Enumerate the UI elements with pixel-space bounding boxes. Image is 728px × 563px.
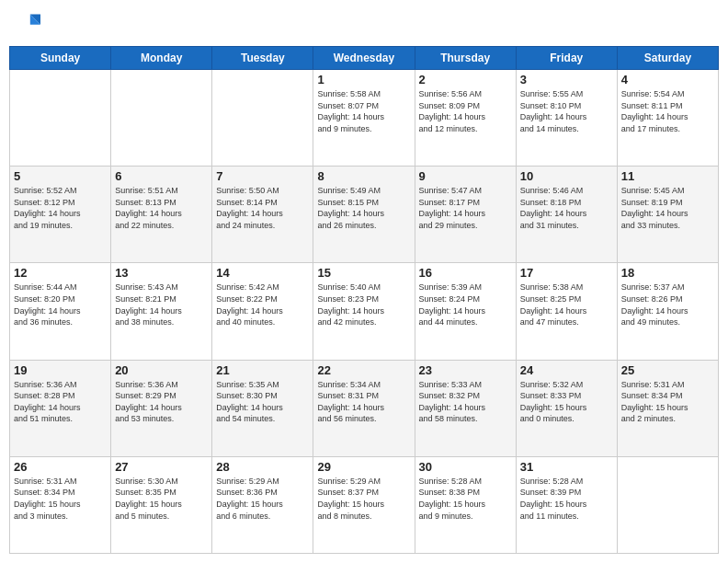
day-number: 2: [419, 73, 512, 86]
week-row-3: 19Sunrise: 5:36 AM Sunset: 8:28 PM Dayli…: [10, 360, 719, 456]
day-info: Sunrise: 5:36 AM Sunset: 8:29 PM Dayligh…: [115, 379, 208, 425]
day-number: 25: [621, 363, 714, 377]
day-header-saturday: Saturday: [617, 47, 718, 70]
day-number: 11: [621, 169, 714, 183]
day-number: 9: [419, 169, 512, 183]
week-row-1: 5Sunrise: 5:52 AM Sunset: 8:12 PM Daylig…: [10, 167, 719, 263]
day-info: Sunrise: 5:39 AM Sunset: 8:24 PM Dayligh…: [419, 282, 512, 327]
day-info: Sunrise: 5:46 AM Sunset: 8:18 PM Dayligh…: [520, 185, 613, 231]
day-number: 7: [216, 169, 309, 183]
day-cell: [10, 70, 111, 167]
day-cell: 10Sunrise: 5:46 AM Sunset: 8:18 PM Dayli…: [516, 167, 617, 263]
day-info: Sunrise: 5:31 AM Sunset: 8:34 PM Dayligh…: [14, 476, 107, 522]
day-cell: 17Sunrise: 5:38 AM Sunset: 8:25 PM Dayli…: [516, 263, 617, 360]
day-info: Sunrise: 5:50 AM Sunset: 8:14 PM Dayligh…: [216, 185, 309, 231]
day-info: Sunrise: 5:43 AM Sunset: 8:21 PM Dayligh…: [115, 282, 208, 327]
day-info: Sunrise: 5:28 AM Sunset: 8:38 PM Dayligh…: [419, 476, 512, 522]
day-info: Sunrise: 5:30 AM Sunset: 8:35 PM Dayligh…: [115, 476, 208, 522]
day-cell: 14Sunrise: 5:42 AM Sunset: 8:22 PM Dayli…: [212, 263, 313, 360]
day-number: 8: [317, 169, 410, 183]
day-cell: 13Sunrise: 5:43 AM Sunset: 8:21 PM Dayli…: [111, 263, 212, 360]
day-number: 21: [216, 363, 309, 377]
week-row-2: 12Sunrise: 5:44 AM Sunset: 8:20 PM Dayli…: [10, 263, 719, 360]
day-info: Sunrise: 5:51 AM Sunset: 8:13 PM Dayligh…: [115, 185, 208, 231]
day-cell: 6Sunrise: 5:51 AM Sunset: 8:13 PM Daylig…: [111, 167, 212, 263]
day-number: 14: [216, 266, 309, 280]
calendar-table: SundayMondayTuesdayWednesdayThursdayFrid…: [9, 46, 719, 554]
day-info: Sunrise: 5:54 AM Sunset: 8:11 PM Dayligh…: [621, 88, 714, 134]
day-number: 6: [115, 169, 208, 183]
day-number: 19: [14, 363, 107, 377]
day-cell: 28Sunrise: 5:29 AM Sunset: 8:36 PM Dayli…: [212, 456, 313, 553]
day-info: Sunrise: 5:29 AM Sunset: 8:36 PM Dayligh…: [216, 476, 309, 522]
header-row: SundayMondayTuesdayWednesdayThursdayFrid…: [10, 47, 719, 70]
day-info: Sunrise: 5:44 AM Sunset: 8:20 PM Dayligh…: [14, 282, 107, 327]
day-info: Sunrise: 5:32 AM Sunset: 8:33 PM Dayligh…: [520, 379, 613, 425]
day-info: Sunrise: 5:36 AM Sunset: 8:28 PM Dayligh…: [14, 379, 107, 425]
day-info: Sunrise: 5:47 AM Sunset: 8:17 PM Dayligh…: [419, 185, 512, 231]
day-info: Sunrise: 5:28 AM Sunset: 8:39 PM Dayligh…: [520, 476, 613, 522]
day-info: Sunrise: 5:29 AM Sunset: 8:37 PM Dayligh…: [317, 476, 410, 522]
day-cell: 3Sunrise: 5:55 AM Sunset: 8:10 PM Daylig…: [516, 70, 617, 167]
day-number: 24: [520, 363, 613, 377]
day-number: 26: [14, 460, 107, 474]
day-info: Sunrise: 5:35 AM Sunset: 8:30 PM Dayligh…: [216, 379, 309, 425]
day-info: Sunrise: 5:56 AM Sunset: 8:09 PM Dayligh…: [419, 88, 512, 134]
day-cell: 12Sunrise: 5:44 AM Sunset: 8:20 PM Dayli…: [10, 263, 111, 360]
day-info: Sunrise: 5:33 AM Sunset: 8:32 PM Dayligh…: [419, 379, 512, 425]
week-row-4: 26Sunrise: 5:31 AM Sunset: 8:34 PM Dayli…: [10, 456, 719, 553]
day-cell: 9Sunrise: 5:47 AM Sunset: 8:17 PM Daylig…: [415, 167, 516, 263]
day-cell: 5Sunrise: 5:52 AM Sunset: 8:12 PM Daylig…: [10, 167, 111, 263]
day-info: Sunrise: 5:42 AM Sunset: 8:22 PM Dayligh…: [216, 282, 309, 327]
logo: [13, 9, 40, 39]
day-number: 17: [520, 266, 613, 280]
day-number: 15: [317, 266, 410, 280]
day-cell: 20Sunrise: 5:36 AM Sunset: 8:29 PM Dayli…: [111, 360, 212, 456]
day-cell: 16Sunrise: 5:39 AM Sunset: 8:24 PM Dayli…: [415, 263, 516, 360]
day-number: 20: [115, 363, 208, 377]
calendar-header: SundayMondayTuesdayWednesdayThursdayFrid…: [10, 47, 719, 70]
day-number: 30: [419, 460, 512, 474]
day-cell: 24Sunrise: 5:32 AM Sunset: 8:33 PM Dayli…: [516, 360, 617, 456]
day-cell: 25Sunrise: 5:31 AM Sunset: 8:34 PM Dayli…: [617, 360, 718, 456]
day-info: Sunrise: 5:34 AM Sunset: 8:31 PM Dayligh…: [317, 379, 410, 425]
day-cell: [617, 456, 718, 553]
day-cell: 4Sunrise: 5:54 AM Sunset: 8:11 PM Daylig…: [617, 70, 718, 167]
day-cell: 21Sunrise: 5:35 AM Sunset: 8:30 PM Dayli…: [212, 360, 313, 456]
day-info: Sunrise: 5:55 AM Sunset: 8:10 PM Dayligh…: [520, 88, 613, 134]
day-cell: [111, 70, 212, 167]
day-cell: 29Sunrise: 5:29 AM Sunset: 8:37 PM Dayli…: [313, 456, 415, 553]
day-header-monday: Monday: [111, 47, 212, 70]
day-info: Sunrise: 5:58 AM Sunset: 8:07 PM Dayligh…: [317, 88, 410, 134]
day-cell: 2Sunrise: 5:56 AM Sunset: 8:09 PM Daylig…: [415, 70, 516, 167]
logo-icon: [15, 9, 40, 35]
header: [9, 9, 719, 39]
day-number: 5: [14, 169, 107, 183]
day-number: 23: [419, 363, 512, 377]
day-number: 13: [115, 266, 208, 280]
day-info: Sunrise: 5:37 AM Sunset: 8:26 PM Dayligh…: [621, 282, 714, 327]
day-cell: 7Sunrise: 5:50 AM Sunset: 8:14 PM Daylig…: [212, 167, 313, 263]
day-number: 4: [621, 73, 714, 86]
day-cell: 19Sunrise: 5:36 AM Sunset: 8:28 PM Dayli…: [10, 360, 111, 456]
day-number: 27: [115, 460, 208, 474]
day-info: Sunrise: 5:40 AM Sunset: 8:23 PM Dayligh…: [317, 282, 410, 327]
day-header-thursday: Thursday: [415, 47, 516, 70]
day-number: 18: [621, 266, 714, 280]
day-number: 31: [520, 460, 613, 474]
day-cell: 11Sunrise: 5:45 AM Sunset: 8:19 PM Dayli…: [617, 167, 718, 263]
day-header-tuesday: Tuesday: [212, 47, 313, 70]
day-number: 28: [216, 460, 309, 474]
day-info: Sunrise: 5:38 AM Sunset: 8:25 PM Dayligh…: [520, 282, 613, 327]
day-cell: [212, 70, 313, 167]
day-info: Sunrise: 5:52 AM Sunset: 8:12 PM Dayligh…: [14, 185, 107, 231]
day-number: 22: [317, 363, 410, 377]
day-number: 3: [520, 73, 613, 86]
day-number: 12: [14, 266, 107, 280]
day-info: Sunrise: 5:31 AM Sunset: 8:34 PM Dayligh…: [621, 379, 714, 425]
day-cell: 18Sunrise: 5:37 AM Sunset: 8:26 PM Dayli…: [617, 263, 718, 360]
day-info: Sunrise: 5:49 AM Sunset: 8:15 PM Dayligh…: [317, 185, 410, 231]
week-row-0: 1Sunrise: 5:58 AM Sunset: 8:07 PM Daylig…: [10, 70, 719, 167]
day-cell: 27Sunrise: 5:30 AM Sunset: 8:35 PM Dayli…: [111, 456, 212, 553]
calendar-body: 1Sunrise: 5:58 AM Sunset: 8:07 PM Daylig…: [10, 70, 719, 554]
